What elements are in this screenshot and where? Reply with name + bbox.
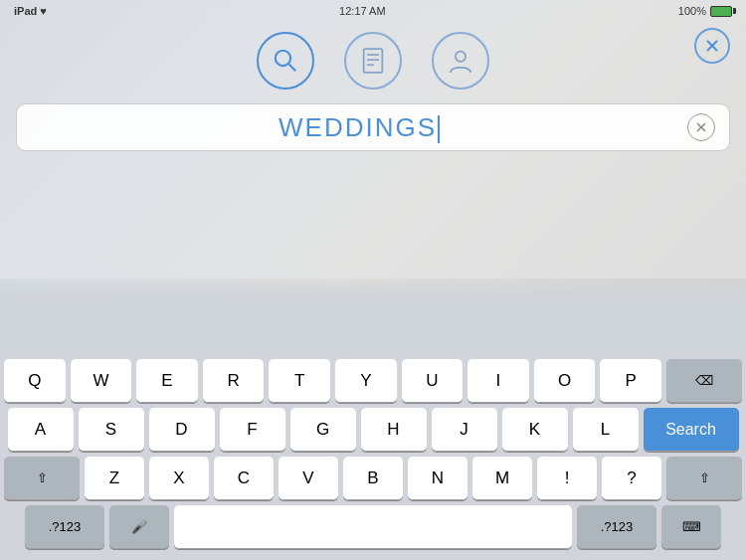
key-j[interactable]: J <box>432 408 497 452</box>
key-question[interactable]: ? <box>602 457 661 500</box>
nav-icon-row <box>0 22 746 103</box>
nav-contacts-icon[interactable] <box>432 32 489 90</box>
search-clear-button[interactable] <box>687 113 715 141</box>
svg-line-3 <box>288 64 295 71</box>
key-t[interactable]: T <box>269 359 330 403</box>
svg-point-2 <box>276 51 290 66</box>
key-numbers-right[interactable]: .?123 <box>577 505 656 549</box>
search-bar[interactable]: WEDDINGS <box>16 103 730 151</box>
key-c[interactable]: C <box>214 457 274 500</box>
search-value: WEDDINGS <box>279 112 437 142</box>
key-z[interactable]: Z <box>85 457 144 500</box>
key-q[interactable]: Q <box>4 359 66 403</box>
key-g[interactable]: G <box>290 408 356 452</box>
key-r[interactable]: R <box>203 359 265 403</box>
battery-percent: 100% <box>678 5 706 17</box>
status-bar: iPad ♥ 12:17 AM 100% <box>0 0 746 22</box>
key-s[interactable]: S <box>79 408 144 452</box>
key-b[interactable]: B <box>343 457 403 500</box>
key-search[interactable]: Search <box>644 408 739 452</box>
key-shift-right[interactable]: ⇧ <box>666 457 742 500</box>
key-i[interactable]: I <box>467 359 529 403</box>
key-y[interactable]: Y <box>335 359 397 403</box>
key-shift-left[interactable]: ⇧ <box>4 457 80 500</box>
key-d[interactable]: D <box>149 408 215 452</box>
key-space[interactable] <box>174 505 572 549</box>
key-p[interactable]: P <box>600 359 661 403</box>
keyboard-row-1: Q W E R T Y U I O P ⌫ <box>4 359 742 403</box>
status-wifi: iPad ♥ <box>14 5 47 17</box>
key-x[interactable]: X <box>149 457 209 500</box>
keyboard-row-4: .?123 🎤 .?123 ⌨ <box>4 505 742 549</box>
battery-icon <box>710 6 732 17</box>
key-w[interactable]: W <box>71 359 132 403</box>
key-h[interactable]: H <box>361 408 427 452</box>
status-battery-area: 100% <box>678 5 732 17</box>
svg-point-8 <box>456 52 466 62</box>
key-exclaim[interactable]: ! <box>537 457 597 500</box>
keyboard-row-3: ⇧ Z X C V B N M ! ? ⇧ <box>4 457 742 500</box>
key-f[interactable]: F <box>220 408 285 452</box>
key-m[interactable]: M <box>472 457 532 500</box>
key-keyboard[interactable]: ⌨ <box>661 505 721 549</box>
key-n[interactable]: N <box>408 457 467 500</box>
nav-notes-icon[interactable] <box>344 32 402 90</box>
key-u[interactable]: U <box>402 359 464 403</box>
key-o[interactable]: O <box>534 359 596 403</box>
key-mic[interactable]: 🎤 <box>109 505 169 549</box>
nav-search-icon[interactable] <box>257 32 314 90</box>
key-v[interactable]: V <box>279 457 338 500</box>
key-l[interactable]: L <box>573 408 639 452</box>
search-input[interactable]: WEDDINGS <box>31 103 687 151</box>
key-a[interactable]: A <box>8 408 74 452</box>
status-time: 12:17 AM <box>339 5 385 17</box>
search-bar-wrapper: WEDDINGS <box>16 103 730 151</box>
text-cursor <box>438 115 440 143</box>
keyboard-row-2: A S D F G H J K L Search <box>4 408 742 452</box>
key-delete[interactable]: ⌫ <box>666 359 742 403</box>
key-e[interactable]: E <box>136 359 198 403</box>
key-numbers-left[interactable]: .?123 <box>25 505 104 549</box>
keyboard: Q W E R T Y U I O P ⌫ A S D F G H J K L … <box>0 351 746 560</box>
key-k[interactable]: K <box>502 408 568 452</box>
